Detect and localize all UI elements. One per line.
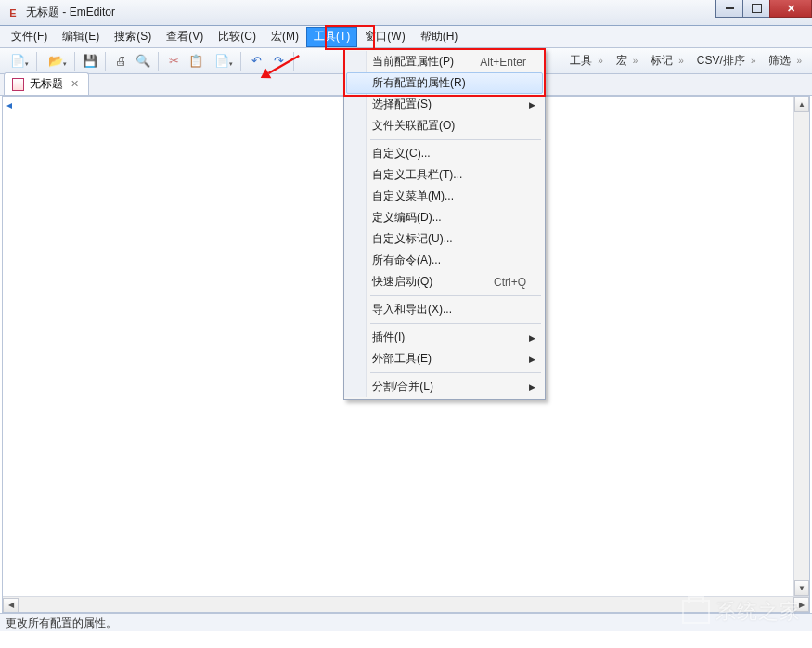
watermark-icon [682,600,710,624]
scroll-up-button[interactable]: ▲ [794,97,809,112]
menu-item-label: 定义编码(D)... [372,210,442,226]
menu-item-label: 文件关联配置(O) [372,118,455,134]
vertical-scrollbar[interactable]: ▲ ▼ [793,97,809,596]
status-text: 更改所有配置的属性。 [6,616,117,629]
toolbar-separator [74,52,75,71]
undo-button[interactable]: ↶ [246,51,266,71]
submenu-arrow-icon: ▶ [529,355,535,364]
toolbar-separator [158,52,159,71]
menu-item[interactable]: 外部工具(E)▶ [346,348,543,369]
eof-marker: ◂ [6,98,12,111]
toolbar-macro-label[interactable]: 宏 [610,50,645,71]
document-tab[interactable]: 无标题 ✕ [4,72,89,95]
submenu-arrow-icon: ▶ [529,100,535,110]
document-icon [12,78,24,91]
menu-item-label: 插件(I) [372,330,405,345]
menu-item-label: 自定义工具栏(T)... [372,167,462,183]
menu-view[interactable]: 查看(V) [159,27,211,47]
window-title: 无标题 - EmEditor [26,5,115,20]
menu-item-label: 选择配置(S) [372,97,432,112]
menu-separator [370,372,541,373]
menu-bar: 文件(F) 编辑(E) 搜索(S) 查看(V) 比较(C) 宏(M) 工具(T)… [0,26,812,48]
toolbar-csv-label[interactable]: CSV/排序 [690,50,763,71]
minimize-button[interactable] [715,0,743,18]
menu-macro[interactable]: 宏(M) [264,27,306,47]
toolbar-separator [105,52,106,71]
menu-item[interactable]: 选择配置(S)▶ [346,94,543,115]
paste-button[interactable]: 📄 [208,51,236,71]
print-button[interactable]: 🖨 [110,51,131,71]
close-button[interactable] [769,0,812,18]
scroll-down-button[interactable]: ▼ [794,580,809,596]
redo-button[interactable]: ↷ [268,51,289,71]
menu-item-label: 外部工具(E) [372,351,432,367]
toolbar-filter-label[interactable]: 筛选 [762,50,808,71]
menu-item[interactable]: 文件关联配置(O) [346,115,543,136]
toolbar-mark-label[interactable]: 标记 [644,50,690,71]
menu-item-label: 自定义菜单(M)... [372,188,454,204]
menu-item[interactable]: 当前配置属性(P)Alt+Enter [346,51,543,72]
new-button[interactable]: 📄 [4,51,32,71]
open-button[interactable]: 📂 [42,51,70,71]
menu-separator [370,295,541,296]
toolbar-separator [293,52,294,71]
menu-item[interactable]: 导入和导出(X)... [346,299,543,320]
toolbar-tools-label[interactable]: 工具 [563,50,610,71]
menu-item-shortcut: Alt+Enter [480,56,526,69]
watermark-text: 系统之家 [715,598,801,626]
menu-item-label: 快速启动(Q) [372,274,432,290]
menu-item-label: 所有命令(A)... [372,253,441,268]
menu-item[interactable]: 插件(I)▶ [346,327,543,348]
menu-separator [370,323,541,324]
menu-item[interactable]: 自定义(C)... [346,143,543,164]
menu-item-label: 当前配置属性(P) [372,54,454,70]
menu-item[interactable]: 所有命令(A)... [346,250,543,271]
menu-window[interactable]: 窗口(W) [357,27,412,47]
menu-item[interactable]: 自定义标记(U)... [346,228,543,250]
menu-item[interactable]: 快速启动(Q)Ctrl+Q [346,271,543,292]
maximize-button[interactable] [742,0,770,18]
menu-item-label: 自定义(C)... [372,146,431,162]
toolbar-separator [240,52,241,71]
copy-button[interactable]: 📋 [186,51,206,71]
menu-item[interactable]: 定义编码(D)... [346,207,543,228]
menu-item-label: 自定义标记(U)... [372,231,453,247]
tab-close-icon[interactable]: ✕ [69,78,81,90]
watermark: 系统之家 [682,598,801,626]
tab-label: 无标题 [30,76,63,92]
app-icon: E [6,6,20,20]
menu-item[interactable]: 自定义菜单(M)... [346,186,543,207]
menu-item-label: 导入和导出(X)... [372,302,452,318]
menu-search[interactable]: 搜索(S) [107,27,159,47]
menu-tools[interactable]: 工具(T) [306,27,357,47]
scroll-left-button[interactable]: ◀ [3,598,19,613]
title-bar: E 无标题 - EmEditor [0,0,812,26]
cut-button[interactable]: ✂ [163,51,184,71]
menu-item[interactable]: 自定义工具栏(T)... [346,164,543,186]
menu-item-shortcut: Ctrl+Q [494,276,526,289]
tools-dropdown-menu: 当前配置属性(P)Alt+Enter所有配置的属性(R)选择配置(S)▶文件关联… [343,48,546,400]
menu-help[interactable]: 帮助(H) [413,27,466,47]
menu-edit[interactable]: 编辑(E) [55,27,107,47]
menu-separator [370,139,541,140]
save-button[interactable]: 💾 [80,51,100,71]
menu-item-label: 所有配置的属性(R) [372,75,466,91]
toolbar-right: 工具 宏 标记 CSV/排序 筛选 [563,50,808,71]
menu-item-label: 分割/合并(L) [372,379,433,395]
submenu-arrow-icon: ▶ [529,333,535,343]
toolbar-separator [36,52,37,71]
menu-file[interactable]: 文件(F) [4,27,55,47]
submenu-arrow-icon: ▶ [529,382,535,392]
print-preview-button[interactable]: 🔍 [133,51,153,71]
menu-item[interactable]: 所有配置的属性(R) [346,72,543,94]
menu-compare[interactable]: 比较(C) [211,27,264,47]
window-controls [716,0,812,18]
menu-item[interactable]: 分割/合并(L)▶ [346,376,543,397]
